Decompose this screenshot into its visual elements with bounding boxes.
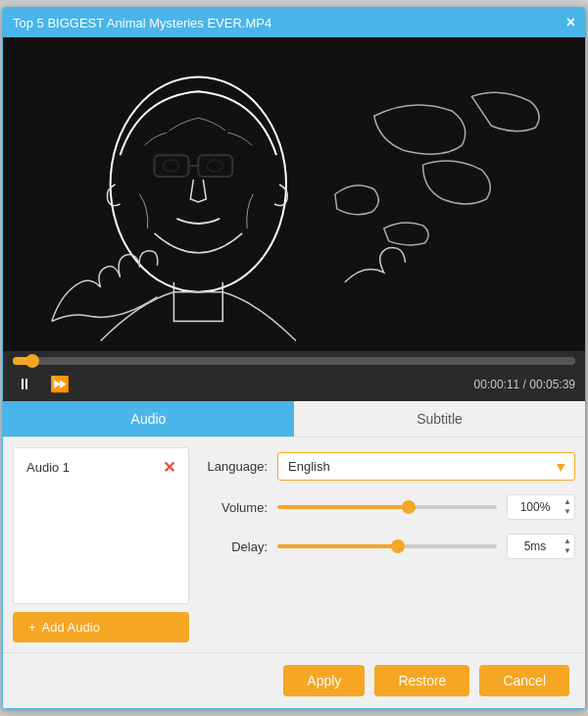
tab-audio[interactable]: Audio — [3, 401, 294, 436]
footer-buttons: Apply Restore Cancel — [3, 652, 585, 708]
delay-thumb[interactable] — [391, 539, 405, 553]
controls-row: ⏸ ⏩ 00:00:11 / 00:05:39 — [13, 373, 575, 395]
audio-settings: Language: English French Spanish German … — [199, 447, 575, 642]
audio-list-item: Audio 1 ✕ — [19, 453, 183, 482]
total-time: 00:05:39 — [529, 378, 575, 391]
delay-label: Delay: — [199, 539, 268, 554]
main-window: Top 5 BIGGEST Animal Mysteries EVER.MP4 … — [2, 7, 586, 709]
title-bar: Top 5 BIGGEST Animal Mysteries EVER.MP4 … — [3, 8, 585, 37]
delay-input-wrapper: ▲ ▼ — [507, 534, 575, 559]
volume-spinner: ▲ ▼ — [562, 494, 573, 520]
add-audio-label: Add Audio — [42, 620, 100, 635]
volume-track — [277, 505, 497, 509]
apply-button[interactable]: Apply — [283, 665, 365, 696]
language-select[interactable]: English French Spanish German Chinese Ja… — [277, 452, 575, 481]
language-select-wrapper: English French Spanish German Chinese Ja… — [277, 452, 575, 481]
audio-left-column: Audio 1 ✕ + Add Audio — [13, 447, 189, 642]
language-label: Language: — [199, 459, 268, 474]
progress-bar[interactable] — [13, 357, 575, 365]
add-audio-icon: + — [28, 620, 36, 635]
time-display: 00:00:11 / 00:05:39 — [474, 378, 575, 391]
restore-button[interactable]: Restore — [374, 665, 469, 696]
audio-list: Audio 1 ✕ — [13, 447, 189, 604]
fast-forward-button[interactable]: ⏩ — [46, 373, 74, 395]
volume-up-arrow[interactable]: ▲ — [562, 497, 573, 507]
delay-slider[interactable] — [277, 537, 497, 556]
volume-slider-wrapper — [277, 497, 497, 517]
progress-thumb — [25, 354, 39, 368]
controls-left: ⏸ ⏩ — [13, 373, 74, 395]
delay-row: Delay: ▲ ▼ — [199, 534, 575, 559]
tab-subtitle[interactable]: Subtitle — [294, 401, 585, 436]
video-frame — [3, 37, 585, 351]
add-audio-button[interactable]: + Add Audio — [13, 612, 189, 642]
delay-track — [277, 544, 497, 548]
tab-content: Audio 1 ✕ + Add Audio Language: English … — [3, 437, 585, 652]
volume-slider[interactable] — [277, 497, 497, 517]
time-separator: / — [519, 378, 529, 391]
volume-thumb[interactable] — [402, 500, 416, 514]
audio-item-remove-button[interactable]: ✕ — [163, 458, 175, 477]
volume-row: Volume: ▲ ▼ — [199, 494, 575, 520]
svg-rect-0 — [3, 38, 585, 351]
pause-button[interactable]: ⏸ — [13, 374, 36, 395]
current-time: 00:00:11 — [474, 378, 520, 391]
cancel-button[interactable]: Cancel — [479, 665, 569, 696]
video-player — [3, 37, 585, 351]
progress-fill — [13, 357, 32, 365]
tabs-bar: Audio Subtitle — [3, 401, 585, 437]
delay-up-arrow[interactable]: ▲ — [562, 537, 573, 546]
language-row: Language: English French Spanish German … — [199, 452, 575, 481]
delay-slider-wrapper — [277, 537, 497, 556]
close-button[interactable]: × — [566, 15, 575, 30]
delay-down-arrow[interactable]: ▼ — [562, 546, 573, 556]
audio-item-label: Audio 1 — [26, 460, 70, 475]
ff-icon: ⏩ — [50, 375, 70, 393]
volume-label: Volume: — [199, 500, 268, 515]
volume-input-wrapper: ▲ ▼ — [507, 494, 575, 520]
delay-spinner: ▲ ▼ — [562, 534, 573, 559]
video-sketch-svg — [3, 37, 585, 351]
video-controls: ⏸ ⏩ 00:00:11 / 00:05:39 — [3, 351, 585, 401]
window-title: Top 5 BIGGEST Animal Mysteries EVER.MP4 — [13, 16, 271, 30]
pause-icon: ⏸ — [17, 376, 32, 393]
volume-down-arrow[interactable]: ▼ — [562, 507, 573, 517]
